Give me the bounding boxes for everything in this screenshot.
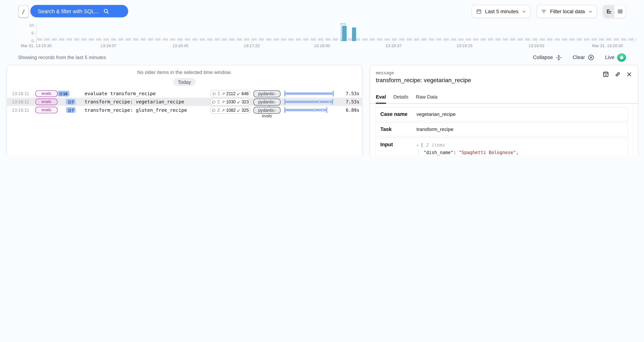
- tree-connector: [66, 97, 70, 110]
- app-window: / Search & filter with SQL... Last 5 min…: [0, 0, 644, 155]
- arrow-down-left-icon: ↙: [237, 100, 240, 104]
- tab-raw-data[interactable]: Raw Data: [416, 94, 437, 104]
- x-axis-tick: [464, 41, 465, 43]
- span-name: evaluate transform_recipe: [84, 91, 210, 96]
- token-coin-icon: [212, 100, 216, 104]
- duration-text: 7.53s: [336, 91, 362, 96]
- token-usage-pill: Σ ↗ 1082 ↙ 325: [210, 106, 250, 114]
- close-icon[interactable]: [626, 72, 632, 77]
- records-timeline-chart: 10 5 0 Mar 31. 13:15:30 13:16:07 13:16:4…: [0, 22, 644, 50]
- row-timestamp: 13:18:11: [12, 108, 31, 112]
- row-timestamp: 13:18:11: [12, 91, 31, 96]
- y-tick-0: 0: [23, 38, 34, 43]
- y-axis-line: [36, 24, 36, 44]
- duration-bar: [284, 107, 327, 113]
- child-count: 7: [72, 100, 74, 104]
- tree-view-toggle[interactable]: [604, 6, 614, 18]
- task-section: Task transform_recipe: [375, 122, 628, 136]
- copy-link-icon[interactable]: [614, 71, 621, 78]
- y-axis-tick: [34, 26, 36, 26]
- duration-text: 6.89s: [336, 107, 362, 113]
- service-tag: pydantic-evals: [254, 98, 280, 105]
- x-label-7: 13:19:52: [528, 44, 544, 48]
- x-label-4: 13:18:00: [314, 44, 330, 48]
- child-count: 16: [63, 91, 68, 96]
- x-label-1: 13:16:07: [100, 44, 116, 48]
- search-button-label: Search & filter with SQL...: [38, 8, 99, 14]
- trace-row-evaluate-transform-recipe[interactable]: 13:18:11 evals ⊟ 16 evaluate transform_r…: [7, 90, 362, 98]
- row-timestamp: 13:18:11: [12, 99, 31, 104]
- live-toggle[interactable]: Live: [605, 54, 626, 62]
- tokens-up: 1082: [226, 108, 236, 112]
- collapse-button-label: Collapse: [533, 54, 553, 60]
- search-icon: [103, 8, 109, 14]
- collapse-children-pill[interactable]: ⊟ 16: [58, 91, 69, 96]
- x-axis-tick: [394, 41, 394, 43]
- no-older-items-notice: No older items in the selected time wind…: [7, 69, 362, 75]
- trace-list-panel: No older items in the selected time wind…: [6, 65, 362, 155]
- duration-bar-zone: [284, 107, 336, 113]
- task-label: Task: [380, 126, 416, 132]
- duration-bar-zone: [284, 91, 336, 96]
- collapse-chevron-icon[interactable]: ▾: [416, 142, 420, 149]
- time-range-label: Last 5 minutes: [485, 8, 518, 14]
- y-axis-tick: [34, 41, 36, 41]
- date-separator-pill: Today: [173, 78, 196, 86]
- span-detail-panel: message transform_recipe: vegetarian_rec…: [370, 65, 638, 155]
- list-view-toggle[interactable]: [614, 6, 626, 18]
- tokens-up: 2112: [226, 91, 236, 96]
- y-tick-10: 10: [23, 23, 34, 28]
- duration-bar: [284, 91, 334, 96]
- filter-local-data-dropdown[interactable]: Filter local data: [536, 5, 597, 18]
- scrollbar-gutter[interactable]: [633, 104, 634, 155]
- slash-shortcut-key: /: [18, 6, 29, 18]
- tab-details[interactable]: Details: [393, 94, 408, 104]
- showing-records-text: Showing records from the last 5 minutes: [18, 54, 106, 60]
- x-label-3: 13:17:22: [244, 44, 260, 48]
- collapse-vertical-icon: [556, 54, 562, 60]
- input-json-tree: ▾{ 2 items "dish_name": "Spaghetti Bolog…: [416, 142, 622, 155]
- sigma-icon: Σ: [218, 91, 220, 96]
- eval-tab-content: Case name vegetarian_recipe Task transfo…: [370, 104, 638, 155]
- trace-row-vegetarian-recipe[interactable]: 13:18:11 evals ⊞ 7 transform_recipe: veg…: [7, 98, 362, 106]
- x-label-6: 13:19:15: [456, 44, 472, 48]
- service-tag: pydantic-evals: [254, 106, 280, 114]
- search-button[interactable]: Search & filter with SQL...: [30, 5, 128, 17]
- x-label-0: Mar 31. 13:15:30: [21, 44, 52, 48]
- x-axis-tick: [536, 41, 537, 43]
- input-label: Input: [380, 142, 416, 147]
- collapse-button[interactable]: Collapse: [533, 54, 562, 60]
- live-toggle-label: Live: [605, 54, 614, 60]
- span-name: transform_recipe: vegetarian_recipe: [84, 99, 210, 105]
- square-minus-icon: ⊟: [59, 91, 62, 96]
- json-string-value: "Spaghetti Bolognese": [459, 150, 516, 155]
- arrow-down-left-icon: ↙: [237, 108, 240, 112]
- filter-lines-icon: [541, 8, 547, 14]
- time-range-dropdown[interactable]: Last 5 minutes: [472, 5, 531, 18]
- filter-local-data-label: Filter local data: [550, 8, 585, 14]
- duration-text: 7.53s: [336, 99, 362, 104]
- json-key: "dish_name": [423, 150, 453, 155]
- input-section: Input ▾{ 2 items "dish_name": "Spaghetti…: [375, 138, 628, 155]
- clear-button[interactable]: Clear: [573, 54, 594, 61]
- view-mode-segmented-control: [603, 5, 626, 18]
- sigma-icon: Σ: [218, 99, 220, 104]
- service-tag: pydantic-evals: [254, 90, 280, 97]
- dock-panel-icon[interactable]: [602, 71, 609, 78]
- x-label-5: 13:18:37: [386, 44, 402, 48]
- histogram-bar-1[interactable]: [342, 26, 346, 41]
- x-label-2: 13:16:45: [172, 44, 188, 48]
- tab-eval[interactable]: Eval: [376, 94, 386, 104]
- child-count: 7: [72, 108, 74, 112]
- empty-bins-dashes: [37, 38, 636, 40]
- list-view-icon: [617, 8, 623, 14]
- trace-row-gluten-free-recipe[interactable]: 13:18:11 evals ⊞ 7 transform_recipe: glu…: [7, 106, 362, 114]
- top-toolbar: / Search & filter with SQL... Last 5 min…: [0, 0, 644, 22]
- case-name-section: Case name vegetarian_recipe: [375, 107, 628, 121]
- tokens-down: 323: [242, 99, 249, 104]
- x-label-8: Mar 31. 13:20:30: [592, 44, 623, 48]
- histogram-bar-2[interactable]: [352, 28, 356, 41]
- span-name: transform_recipe: gluten_free_recipe: [84, 107, 210, 113]
- json-comma: ,: [516, 150, 519, 155]
- y-tick-5: 5: [23, 31, 34, 35]
